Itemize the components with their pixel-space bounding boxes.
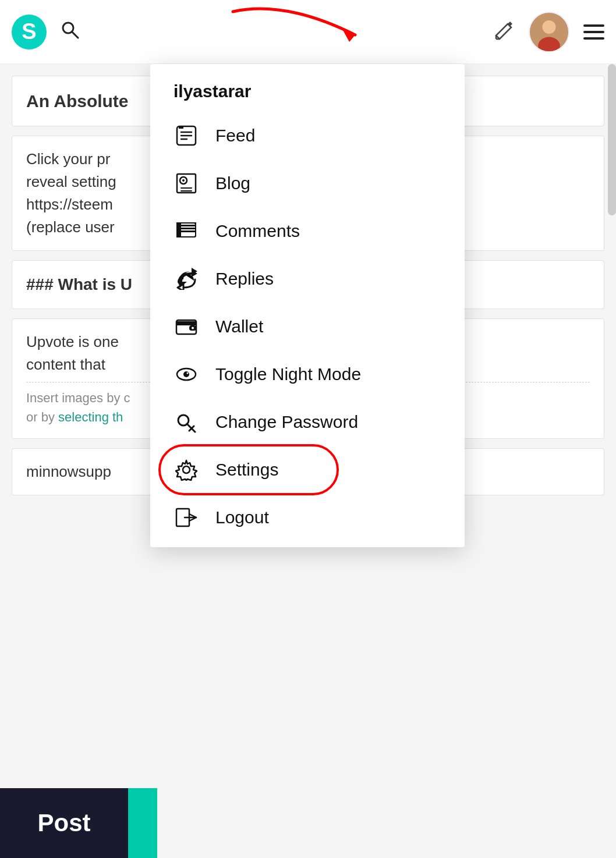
blog-icon: [174, 172, 199, 194]
header: S: [0, 0, 616, 64]
menu-label-blog: Blog: [215, 173, 250, 193]
svg-point-28: [192, 327, 194, 329]
post-button-accent: [128, 788, 157, 858]
menu-label-replies: Replies: [215, 269, 274, 289]
svg-rect-26: [176, 322, 196, 325]
menu-label-wallet: Wallet: [215, 317, 263, 336]
avatar[interactable]: [529, 12, 569, 52]
logout-icon: [174, 506, 199, 529]
menu-item-blog[interactable]: Blog: [150, 159, 465, 207]
search-icon[interactable]: [61, 20, 79, 43]
feed-icon: [174, 125, 199, 147]
menu-label-toggle-night-mode: Toggle Night Mode: [215, 364, 361, 384]
menu-label-logout: Logout: [215, 508, 269, 527]
svg-point-32: [187, 373, 189, 374]
hamburger-menu[interactable]: [583, 24, 604, 40]
svg-point-14: [182, 179, 185, 182]
comments-icon: [174, 220, 199, 242]
eye-icon: [174, 363, 199, 385]
header-right: [494, 12, 604, 52]
header-left: S: [12, 15, 79, 49]
svg-line-4: [72, 32, 78, 38]
menu-label-change-password: Change Password: [215, 412, 358, 432]
edit-pen-icon[interactable]: [494, 19, 515, 44]
menu-label-feed: Feed: [215, 126, 255, 146]
menu-item-comments[interactable]: Comments: [150, 207, 465, 255]
svg-point-10: [543, 20, 556, 34]
menu-label-settings: Settings: [215, 460, 278, 480]
svg-point-34: [183, 466, 190, 473]
menu-item-toggle-night-mode[interactable]: Toggle Night Mode: [150, 350, 465, 398]
menu-label-comments: Comments: [215, 221, 300, 241]
menu-item-logout[interactable]: Logout: [150, 494, 465, 541]
menu-item-settings[interactable]: Settings: [150, 446, 465, 494]
post-button[interactable]: Post: [0, 788, 128, 858]
dropdown-username: ilyastarar: [150, 70, 465, 112]
replies-icon: [174, 268, 199, 290]
menu-item-wallet[interactable]: Wallet: [150, 303, 465, 350]
menu-item-change-password[interactable]: Change Password: [150, 398, 465, 446]
key-icon: [174, 411, 199, 433]
dropdown-menu: ilyastarar Feed Blog Comments Replies Wa…: [150, 64, 465, 547]
scrollbar[interactable]: [608, 64, 616, 215]
menu-item-replies[interactable]: Replies: [150, 255, 465, 303]
svg-text:S: S: [22, 19, 36, 44]
svg-rect-24: [178, 224, 181, 236]
wallet-icon: [174, 315, 199, 338]
svg-point-31: [183, 371, 189, 377]
menu-item-feed[interactable]: Feed: [150, 112, 465, 159]
steemit-logo[interactable]: S: [12, 15, 47, 49]
gear-icon: [174, 459, 199, 481]
